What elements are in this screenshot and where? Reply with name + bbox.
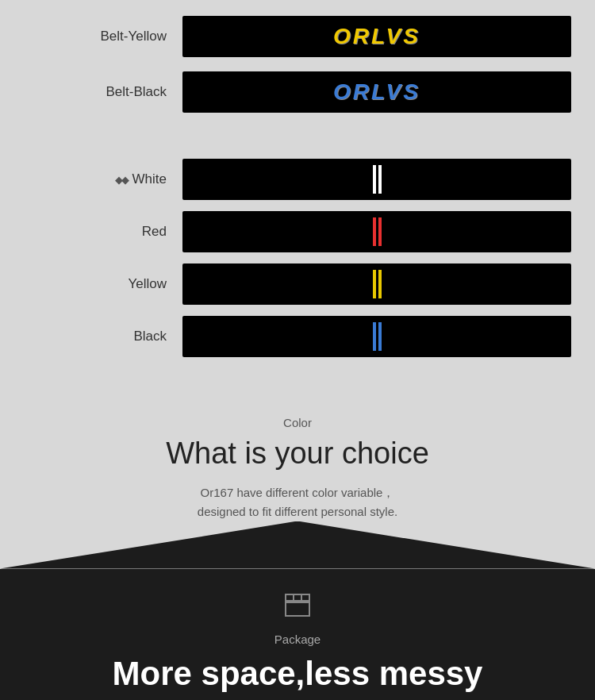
belt-black-bar: ORLVS	[182, 71, 571, 113]
stripe-yellow-lines	[373, 270, 382, 298]
stripe-white-lines	[373, 165, 382, 194]
color-subtitle: Color	[48, 416, 547, 429]
stripe-yellow-bar	[182, 263, 571, 305]
stripe-row-red: Red	[24, 211, 571, 252]
belt-yellow-bar: ORLVS	[182, 16, 571, 57]
box-icon-wrapper	[48, 593, 547, 620]
stripe-white-label: White	[132, 171, 167, 187]
stripe-yellow-label-container: Yellow	[24, 276, 182, 292]
color-section: Color What is your choice Or167 have dif…	[0, 392, 595, 521]
stripe-black-line-2	[378, 322, 382, 351]
package-section: Package More space,less messy	[0, 569, 595, 700]
stripe-white-line-1	[373, 165, 376, 194]
stripe-black-label-container: Black	[24, 329, 182, 344]
package-subtitle: Package	[48, 633, 547, 646]
belt-yellow-label: Belt-Yellow	[24, 29, 182, 44]
box-icon	[284, 593, 311, 617]
stripe-section: ◆◆ White Red	[0, 151, 595, 392]
stripe-row-white: ◆◆ White	[24, 159, 571, 200]
stripe-red-line-2	[378, 217, 382, 246]
color-desc-line2: designed to fit different personal style…	[48, 502, 547, 521]
stripe-black-bar	[182, 316, 571, 357]
color-title: What is your choice	[48, 436, 547, 472]
stripe-white-line-2	[378, 165, 382, 194]
belt-yellow-text: ORLVS	[333, 24, 420, 49]
stripe-yellow-label: Yellow	[128, 276, 167, 292]
stripe-black-label: Black	[133, 329, 167, 344]
v-divider	[0, 521, 595, 569]
stripe-yellow-line-2	[378, 270, 382, 298]
stripe-red-bar	[182, 211, 571, 252]
belt-black-row: Belt-Black ORLVS	[24, 71, 571, 113]
drop-icon-white: ◆◆	[115, 174, 128, 186]
stripe-black-lines	[373, 322, 382, 351]
stripe-red-label-container: Red	[24, 224, 182, 240]
stripe-white-label-container: ◆◆ White	[24, 171, 182, 187]
stripe-black-line-1	[373, 322, 376, 351]
package-title: More space,less messy	[48, 654, 547, 694]
stripe-red-line-1	[373, 217, 376, 246]
belt-yellow-row: Belt-Yellow ORLVS	[24, 16, 571, 57]
stripe-row-black: Black	[24, 316, 571, 357]
stripe-row-yellow: Yellow	[24, 263, 571, 305]
stripe-white-bar	[182, 159, 571, 200]
stripe-red-lines	[373, 217, 382, 246]
stripe-red-label: Red	[142, 224, 167, 240]
page-root: Belt-Yellow ORLVS Belt-Black ORLVS ◆◆ Wh…	[0, 0, 595, 700]
stripe-yellow-line-1	[373, 270, 376, 298]
belt-black-text: ORLVS	[333, 79, 420, 105]
belt-black-label: Belt-Black	[24, 84, 182, 100]
color-desc-line1: Or167 have different color variable，	[48, 483, 547, 502]
belt-section: Belt-Yellow ORLVS Belt-Black ORLVS	[0, 0, 595, 151]
